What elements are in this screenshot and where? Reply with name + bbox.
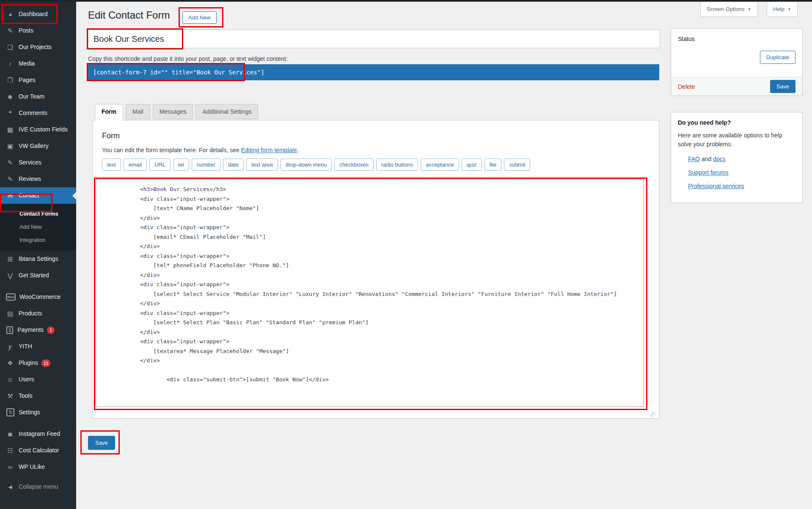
- sidebar-item-get-started[interactable]: ⋁Get Started: [0, 267, 76, 284]
- sidebar-item-ibtana-settings[interactable]: ⊞Ibtana Settings: [0, 251, 76, 267]
- status-panel-footer: Delete Save: [671, 77, 802, 96]
- sidebar-item-users[interactable]: ☺Users: [0, 371, 76, 388]
- submenu-item-add-new[interactable]: Add New: [0, 220, 76, 233]
- sidebar-item-label: Comments: [19, 109, 47, 117]
- sidebar-item-label: Settings: [19, 409, 40, 416]
- tag-button-text-area[interactable]: text area: [246, 159, 278, 171]
- tag-button-submit[interactable]: submit: [504, 159, 530, 171]
- tab-additional-settings[interactable]: Additional Settings: [195, 104, 258, 119]
- add-new-button[interactable]: Add New: [182, 11, 217, 24]
- help-link-professional-services[interactable]: Professional services: [688, 183, 744, 189]
- tag-button-date[interactable]: date: [223, 159, 244, 171]
- sidebar-item-plugins[interactable]: ❖Plugins11: [0, 355, 76, 371]
- form-title-input[interactable]: [88, 30, 660, 48]
- help-label: Help: [773, 6, 784, 12]
- description-period: .: [297, 147, 299, 153]
- sidebar-item-our-projects[interactable]: ❏Our Projects: [0, 39, 76, 55]
- sidebar-item-settings[interactable]: ⇅Settings: [0, 404, 76, 421]
- tab-mail[interactable]: Mail: [126, 104, 150, 119]
- sidebar-item-vw-gallery[interactable]: ▣VW Gallery: [0, 138, 76, 154]
- camera-icon: ◙: [5, 430, 15, 438]
- sidebar-item-dashboard[interactable]: ◕Dashboard: [0, 6, 76, 22]
- sidebar-item-label: Payments: [17, 326, 44, 334]
- help-panel-body: Here are some available options to help …: [678, 131, 796, 149]
- tag-button-quiz[interactable]: quiz: [462, 159, 482, 171]
- grid-icon: ▦: [5, 126, 15, 134]
- admin-sidebar: ◕Dashboard✎Posts❏Our Projects♪Media❐Page…: [0, 0, 76, 509]
- sidebar-item-wp-ulike[interactable]: ∞WP ULike: [0, 459, 76, 475]
- tag-button-acceptance[interactable]: acceptance: [421, 159, 459, 171]
- help-link-docs[interactable]: docs: [713, 156, 726, 162]
- ibtana-icon: ⊞: [5, 255, 15, 263]
- sidebar-item-yith[interactable]: yYITH: [0, 338, 76, 355]
- sidebar-item-media[interactable]: ♪Media: [0, 55, 76, 72]
- editing-form-template-link[interactable]: Editing form template: [241, 147, 297, 153]
- pushpin-icon: ✎: [5, 27, 15, 35]
- tag-button-email[interactable]: email: [124, 159, 147, 171]
- sidebar-item-label: Users: [19, 376, 34, 383]
- form-template-textarea[interactable]: <h3>Book Our Services</h3> <div class="i…: [96, 179, 644, 407]
- tag-generator-buttons: textemailURLtelnumberdatetext areadrop-d…: [102, 159, 530, 171]
- sidebar-item-posts[interactable]: ✎Posts: [0, 22, 76, 39]
- sidebar-item-pages[interactable]: ❐Pages: [0, 72, 76, 88]
- save-button-bottom[interactable]: Save: [88, 436, 115, 450]
- save-button-sidebar[interactable]: Save: [770, 80, 795, 93]
- sidebar-separator: [0, 284, 76, 289]
- tag-button-text[interactable]: text: [102, 159, 121, 171]
- admin-topbar: [0, 0, 812, 2]
- tag-button-url[interactable]: URL: [149, 159, 171, 171]
- sidebar-item-payments[interactable]: $Payments1: [0, 322, 76, 338]
- contact-submenu: Contact FormsAdd NewIntegration: [0, 204, 76, 251]
- tag-button-tel[interactable]: tel: [173, 159, 189, 171]
- help-link-faq[interactable]: FAQ: [688, 156, 700, 162]
- submenu-item-integration[interactable]: Integration: [0, 233, 76, 246]
- tag-button-checkboxes[interactable]: checkboxes: [334, 159, 374, 171]
- sidebar-item-label: Posts: [19, 27, 33, 35]
- sidebar-item-label: Products: [19, 310, 42, 317]
- help-button[interactable]: Help ▼: [767, 2, 798, 17]
- tag-button-number[interactable]: number: [192, 159, 220, 171]
- sidebar-item-comments[interactable]: ❝Comments: [0, 105, 76, 121]
- tab-messages[interactable]: Messages: [153, 104, 193, 119]
- pushpin-icon: ✎: [5, 159, 15, 167]
- sidebar-item-our-team[interactable]: ☻Our Team: [0, 88, 76, 105]
- sidebar-item-products[interactable]: ▤Products: [0, 305, 76, 322]
- submenu-item-contact-forms[interactable]: Contact Forms: [0, 207, 76, 220]
- sidebar-item-reviews[interactable]: ✎Reviews: [0, 171, 76, 187]
- tab-form[interactable]: Form: [95, 104, 123, 120]
- editor-tabs: FormMailMessagesAdditional Settings: [95, 104, 258, 119]
- resize-handle-icon[interactable]: [650, 412, 655, 417]
- tag-button-file[interactable]: file: [484, 159, 502, 171]
- shortcode-field[interactable]: [contact-form-7 id="" title="Book Our Se…: [88, 64, 659, 80]
- sidebar-item-ive-custom-fields[interactable]: ▦IVE Custom Fields: [0, 121, 76, 138]
- sidebar-item-services[interactable]: ✎Services: [0, 154, 76, 171]
- tag-button-drop-down-menu[interactable]: drop-down menu: [281, 159, 332, 171]
- sidebar-item-label: YITH: [19, 343, 32, 350]
- sidebar-item-label: Media: [19, 60, 35, 68]
- sidebar-item-label: Contact: [19, 192, 39, 200]
- help-panel: Do you need help? Here are some availabl…: [671, 112, 803, 203]
- sidebar-item-label: IVE Custom Fields: [19, 126, 68, 134]
- sidebar-item-label: WooCommerce: [19, 293, 61, 301]
- comment-bubble-icon: ❝: [5, 109, 15, 117]
- sidebar-item-woocommerce[interactable]: WooWooCommerce: [0, 289, 76, 305]
- help-panel-links: FAQ and docsSupport forumsProfessional s…: [688, 156, 795, 189]
- gallery-icon: ▣: [5, 142, 15, 150]
- tag-button-radio-buttons[interactable]: radio buttons: [376, 159, 418, 171]
- delete-link[interactable]: Delete: [678, 83, 695, 90]
- sidebar-item-instagram-feed[interactable]: ◙Instagram Feed: [0, 426, 76, 442]
- duplicate-button[interactable]: Duplicate: [760, 51, 795, 64]
- help-link-support-forums[interactable]: Support forums: [688, 169, 729, 176]
- products-box-icon: ▤: [5, 310, 15, 317]
- dashboard-icon: ◕: [5, 11, 15, 18]
- woocommerce-icon: Woo: [6, 293, 16, 301]
- help-link-row: Professional services: [688, 183, 795, 189]
- sidebar-item-contact[interactable]: ✉Contact: [0, 187, 76, 204]
- wp-ulike-icon: ∞: [5, 463, 15, 471]
- sidebar-item-collapse-menu[interactable]: ◄Collapse menu: [0, 479, 76, 495]
- chevron-down-icon: ▼: [748, 7, 751, 11]
- sidebar-item-tools[interactable]: ⚒Tools: [0, 388, 76, 404]
- sidebar-item-cost-calculator[interactable]: ☷Cost Calculator: [0, 442, 76, 459]
- screen-options-label: Screen Options: [707, 6, 745, 12]
- screen-options-button[interactable]: Screen Options ▼: [700, 2, 758, 17]
